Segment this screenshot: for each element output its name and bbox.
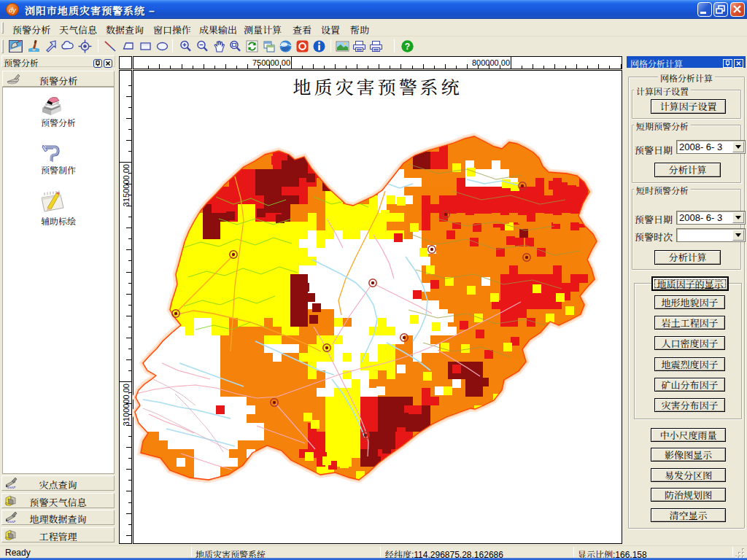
svg-text:?: ? bbox=[405, 42, 410, 52]
svg-text:800000.00: 800000.00 bbox=[472, 58, 510, 67]
svg-text:3100000.00: 3100000.00 bbox=[122, 384, 131, 426]
svg-text:750000.00: 750000.00 bbox=[252, 58, 290, 67]
svg-text:3150000.00: 3150000.00 bbox=[122, 164, 131, 206]
